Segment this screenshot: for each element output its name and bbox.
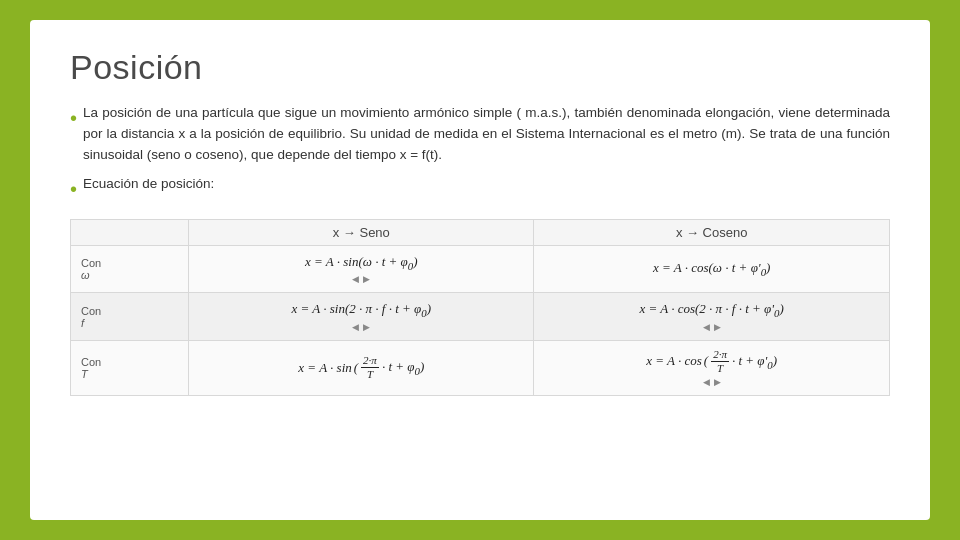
eq-seno-T: x = A · sin(2·πT· t + φ0) [189, 340, 534, 395]
equations-section: x → Seno x → Coseno Conω x = A · sin(ω ·… [70, 219, 890, 396]
eq-coseno-T: x = A · cos(2·πT· t + φ'0) ◀ ▶ [534, 340, 890, 395]
table-row: Conf x = A · sin(2 · π · f · t + φ0) ◀ ▶ [71, 293, 890, 341]
bullet-text-2: Ecuación de posición: [83, 174, 214, 195]
bullet-point-1: • La posición de una partícula que sigue… [70, 103, 890, 166]
bullet-dot-1: • [70, 104, 77, 132]
table-row: Conω x = A · sin(ω · t + φ0) ◀ ▶ [71, 245, 890, 293]
bullet-dot-2: • [70, 175, 77, 203]
row-label-T: ConT [71, 340, 189, 395]
eq-seno-omega: x = A · sin(ω · t + φ0) ◀ ▶ [189, 245, 534, 293]
bullet-point-2: • Ecuación de posición: [70, 174, 890, 203]
eq-seno-f: x = A · sin(2 · π · f · t + φ0) ◀ ▶ [189, 293, 534, 341]
bullet-section: • La posición de una partícula que sigue… [70, 103, 890, 203]
col-header-seno: x → Seno [189, 219, 534, 245]
row-label-omega: Conω [71, 245, 189, 293]
col-header-empty [71, 219, 189, 245]
eq-coseno-f: x = A · cos(2 · π · f · t + φ'0) ◀ ▶ [534, 293, 890, 341]
slide-container: Posición • La posición de una partícula … [30, 20, 930, 520]
bullet-text-1: La posición de una partícula que sigue u… [83, 103, 890, 166]
col-header-coseno: x → Coseno [534, 219, 890, 245]
eq-coseno-omega: x = A · cos(ω · t + φ'0) [534, 245, 890, 293]
slide-title: Posición [70, 48, 890, 87]
row-label-f: Conf [71, 293, 189, 341]
equations-table: x → Seno x → Coseno Conω x = A · sin(ω ·… [70, 219, 890, 396]
table-row: ConT x = A · sin(2·πT· t + φ0) x = A · c [71, 340, 890, 395]
